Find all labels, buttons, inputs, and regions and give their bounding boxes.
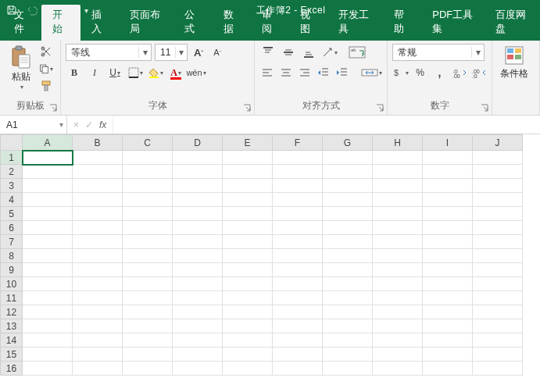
cell[interactable] xyxy=(373,277,423,291)
percent-format-icon[interactable]: % xyxy=(412,64,428,81)
cell[interactable] xyxy=(423,319,473,333)
cell[interactable] xyxy=(73,291,123,305)
dialog-launcher-icon[interactable] xyxy=(376,104,384,112)
cell[interactable] xyxy=(273,362,323,376)
cell[interactable] xyxy=(73,151,123,165)
select-all-corner[interactable] xyxy=(1,135,23,151)
cell[interactable] xyxy=(123,221,173,235)
cell[interactable] xyxy=(473,291,523,305)
comma-format-icon[interactable]: , xyxy=(431,64,448,81)
row-header[interactable]: 3 xyxy=(1,179,23,193)
cell[interactable] xyxy=(73,207,123,221)
cell[interactable] xyxy=(473,333,523,347)
cell[interactable] xyxy=(73,277,123,291)
cell[interactable] xyxy=(473,235,523,249)
cell[interactable] xyxy=(223,291,273,305)
tab-home[interactable]: 开始 xyxy=(41,5,80,41)
dialog-launcher-icon[interactable] xyxy=(49,104,57,112)
cell[interactable] xyxy=(73,179,123,193)
cell[interactable] xyxy=(423,193,473,207)
cell[interactable] xyxy=(373,165,423,179)
cell[interactable] xyxy=(223,193,273,207)
cell[interactable] xyxy=(173,179,223,193)
cell[interactable] xyxy=(273,263,323,277)
cell[interactable] xyxy=(223,207,273,221)
cell[interactable] xyxy=(173,151,223,165)
tab-developer[interactable]: 开发工具 xyxy=(327,5,383,41)
cell[interactable] xyxy=(123,193,173,207)
cell[interactable] xyxy=(23,291,73,305)
row-header[interactable]: 14 xyxy=(1,333,23,347)
cell[interactable] xyxy=(273,193,323,207)
cell[interactable] xyxy=(323,277,373,291)
cell[interactable] xyxy=(473,179,523,193)
tab-view[interactable]: 视图 xyxy=(289,5,327,41)
copy-icon[interactable]: ▾ xyxy=(39,62,53,75)
column-header[interactable]: G xyxy=(323,135,373,151)
row-header[interactable]: 15 xyxy=(1,347,23,362)
merge-center-icon[interactable]: ▾ xyxy=(361,64,382,81)
column-header[interactable]: D xyxy=(173,135,223,151)
cell[interactable] xyxy=(273,235,323,249)
cell[interactable] xyxy=(173,291,223,305)
cell[interactable] xyxy=(123,235,173,249)
cell[interactable] xyxy=(473,249,523,263)
cell[interactable] xyxy=(173,362,223,376)
cell[interactable] xyxy=(223,305,273,319)
cell[interactable] xyxy=(323,151,373,165)
cell[interactable] xyxy=(373,179,423,193)
cell[interactable] xyxy=(273,151,323,165)
cell[interactable] xyxy=(23,193,73,207)
cell[interactable] xyxy=(423,362,473,376)
cell[interactable] xyxy=(373,207,423,221)
cell[interactable] xyxy=(273,207,323,221)
cut-icon[interactable] xyxy=(39,45,53,58)
cell[interactable] xyxy=(73,263,123,277)
cell[interactable] xyxy=(23,207,73,221)
cell[interactable] xyxy=(23,235,73,249)
worksheet-grid[interactable]: ABCDEFGHIJ12345678910111213141516 xyxy=(0,134,540,392)
cell[interactable] xyxy=(23,249,73,263)
name-box[interactable]: A1 ▾ xyxy=(0,116,67,134)
cell[interactable] xyxy=(223,151,273,165)
cell[interactable] xyxy=(73,165,123,179)
cell[interactable] xyxy=(223,277,273,291)
cell[interactable] xyxy=(223,235,273,249)
cell[interactable] xyxy=(473,319,523,333)
bold-button[interactable]: B xyxy=(66,64,83,81)
cell[interactable] xyxy=(223,333,273,347)
tab-baidu[interactable]: 百度网盘 xyxy=(485,5,540,41)
cell[interactable] xyxy=(223,179,273,193)
cell[interactable] xyxy=(373,333,423,347)
cell[interactable] xyxy=(73,347,123,362)
cell[interactable] xyxy=(123,179,173,193)
border-button[interactable]: ▾ xyxy=(127,64,144,81)
underline-button[interactable]: U▾ xyxy=(106,64,123,81)
cell[interactable] xyxy=(123,291,173,305)
cell[interactable] xyxy=(273,179,323,193)
dialog-launcher-icon[interactable] xyxy=(243,104,251,112)
cell[interactable] xyxy=(123,362,173,376)
cell[interactable] xyxy=(23,179,73,193)
cell[interactable] xyxy=(23,305,73,319)
row-header[interactable]: 4 xyxy=(1,193,23,207)
align-center-icon[interactable] xyxy=(278,64,294,81)
cell[interactable] xyxy=(323,333,373,347)
cell[interactable] xyxy=(323,263,373,277)
row-header[interactable]: 5 xyxy=(1,207,23,221)
increase-indent-icon[interactable] xyxy=(334,64,350,81)
cell[interactable] xyxy=(473,151,523,165)
cell[interactable] xyxy=(173,305,223,319)
font-color-button[interactable]: A ▾ xyxy=(167,64,184,81)
cell[interactable] xyxy=(123,347,173,362)
cell[interactable] xyxy=(373,151,423,165)
cell[interactable] xyxy=(423,207,473,221)
cell[interactable] xyxy=(423,221,473,235)
dialog-launcher-icon[interactable] xyxy=(481,104,488,112)
align-middle-icon[interactable] xyxy=(280,44,297,61)
tab-insert[interactable]: 插入 xyxy=(80,5,119,41)
cell[interactable] xyxy=(473,193,523,207)
cell[interactable] xyxy=(23,333,73,347)
row-header[interactable]: 13 xyxy=(1,319,23,333)
decrease-decimal-icon[interactable]: .00.0 xyxy=(470,64,487,81)
